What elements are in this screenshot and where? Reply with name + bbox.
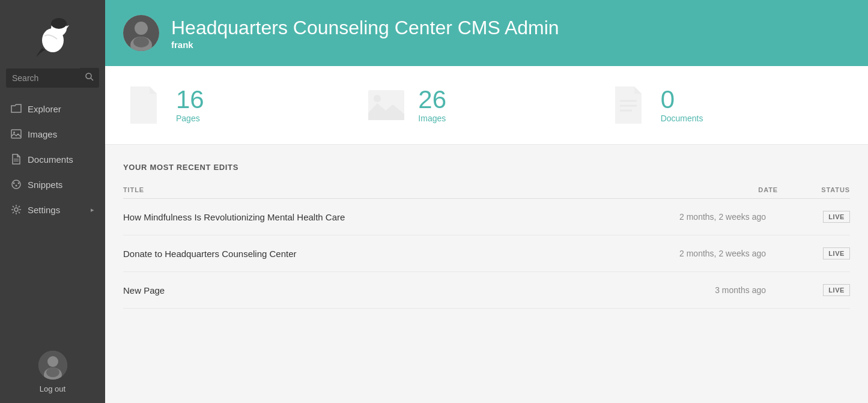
pages-label: Pages bbox=[176, 114, 204, 123]
image-stat-icon bbox=[365, 84, 407, 126]
svg-point-20 bbox=[46, 368, 59, 377]
svg-point-9 bbox=[13, 132, 15, 133]
row-title: Donate to Headquarters Counseling Center bbox=[123, 249, 658, 259]
main-content: Headquarters Counseling Center CMS Admin… bbox=[105, 0, 868, 403]
row-status: LIVE bbox=[778, 247, 850, 259]
header-text: Headquarters Counseling Center CMS Admin… bbox=[171, 16, 559, 49]
sidebar-logo bbox=[0, 0, 105, 68]
doc-stat-icon bbox=[608, 84, 650, 126]
sidebar-bottom: Log out bbox=[0, 341, 105, 403]
svg-point-15 bbox=[18, 183, 20, 184]
svg-point-13 bbox=[13, 183, 15, 184]
sidebar-item-explorer[interactable]: Explorer bbox=[0, 96, 105, 121]
user-avatar-icon bbox=[38, 351, 67, 380]
table-row[interactable]: How Mindfulness Is Revolutionizing Menta… bbox=[123, 199, 850, 235]
stat-documents[interactable]: 0 Documents bbox=[608, 78, 850, 132]
documents-count: 0 bbox=[661, 87, 703, 112]
images-label: Images bbox=[418, 114, 446, 123]
svg-point-5 bbox=[51, 18, 67, 29]
col-date-header: DATE bbox=[658, 186, 778, 193]
sidebar-item-images[interactable]: Images bbox=[0, 121, 105, 147]
svg-line-7 bbox=[91, 78, 93, 80]
svg-rect-8 bbox=[11, 130, 21, 138]
svg-point-18 bbox=[47, 356, 58, 367]
page-stat-icon bbox=[123, 84, 165, 126]
table-row[interactable]: New Page 3 months ago LIVE bbox=[123, 272, 850, 309]
col-title-header: TITLE bbox=[123, 186, 658, 193]
search-button[interactable] bbox=[80, 68, 99, 88]
header-username: frank bbox=[171, 40, 559, 50]
snippet-icon bbox=[11, 179, 22, 190]
document-icon bbox=[11, 154, 22, 165]
svg-point-14 bbox=[16, 185, 17, 187]
status-badge: LIVE bbox=[823, 284, 850, 296]
svg-point-26 bbox=[374, 95, 381, 102]
row-status: LIVE bbox=[778, 284, 850, 296]
svg-point-12 bbox=[12, 180, 20, 189]
settings-icon bbox=[11, 204, 22, 215]
table-header: TITLE DATE STATUS bbox=[123, 181, 850, 199]
logout-button[interactable]: Log out bbox=[40, 384, 65, 393]
images-count: 26 bbox=[418, 87, 446, 112]
row-title: New Page bbox=[123, 285, 658, 295]
sidebar-item-settings[interactable]: Settings ▸ bbox=[0, 197, 105, 222]
header-avatar bbox=[123, 15, 159, 51]
svg-point-24 bbox=[133, 37, 149, 47]
col-status-header: STATUS bbox=[778, 186, 850, 193]
pages-count: 16 bbox=[176, 87, 204, 112]
search-container[interactable] bbox=[0, 68, 105, 96]
stats-bar: 16 Pages 26 Images bbox=[105, 66, 868, 145]
recent-edits-title: YOUR MOST RECENT EDITS bbox=[123, 163, 850, 172]
image-icon bbox=[11, 129, 22, 139]
sidebar-item-snippets[interactable]: Snippets bbox=[0, 172, 105, 197]
row-date: 2 months, 2 weeks ago bbox=[658, 249, 778, 258]
header-user-avatar-icon bbox=[123, 15, 159, 51]
row-date: 2 months, 2 weeks ago bbox=[658, 212, 778, 222]
sidebar: Explorer Images Documents bbox=[0, 0, 105, 403]
svg-point-16 bbox=[14, 208, 18, 211]
stat-pages[interactable]: 16 Pages bbox=[123, 78, 365, 132]
stat-images[interactable]: 26 Images bbox=[365, 78, 607, 132]
sidebar-nav: Explorer Images Documents bbox=[0, 96, 105, 341]
avatar[interactable] bbox=[38, 351, 67, 380]
page-title: Headquarters Counseling Center CMS Admin bbox=[171, 16, 559, 39]
status-badge: LIVE bbox=[823, 211, 850, 223]
row-title: How Mindfulness Is Revolutionizing Menta… bbox=[123, 212, 658, 222]
recent-edits-section: YOUR MOST RECENT EDITS TITLE DATE STATUS… bbox=[105, 145, 868, 309]
status-badge: LIVE bbox=[823, 247, 850, 259]
row-status: LIVE bbox=[778, 211, 850, 223]
svg-point-6 bbox=[86, 73, 91, 79]
table-row[interactable]: Donate to Headquarters Counseling Center… bbox=[123, 235, 850, 272]
bird-logo-icon bbox=[33, 12, 72, 57]
search-input[interactable] bbox=[6, 68, 80, 88]
search-icon bbox=[85, 73, 94, 81]
svg-point-22 bbox=[135, 22, 148, 35]
folder-icon bbox=[11, 103, 22, 114]
header: Headquarters Counseling Center CMS Admin… bbox=[105, 0, 868, 66]
documents-label: Documents bbox=[661, 114, 703, 123]
sidebar-item-documents[interactable]: Documents bbox=[0, 147, 105, 172]
row-date: 3 months ago bbox=[658, 285, 778, 295]
chevron-right-icon: ▸ bbox=[91, 206, 94, 214]
